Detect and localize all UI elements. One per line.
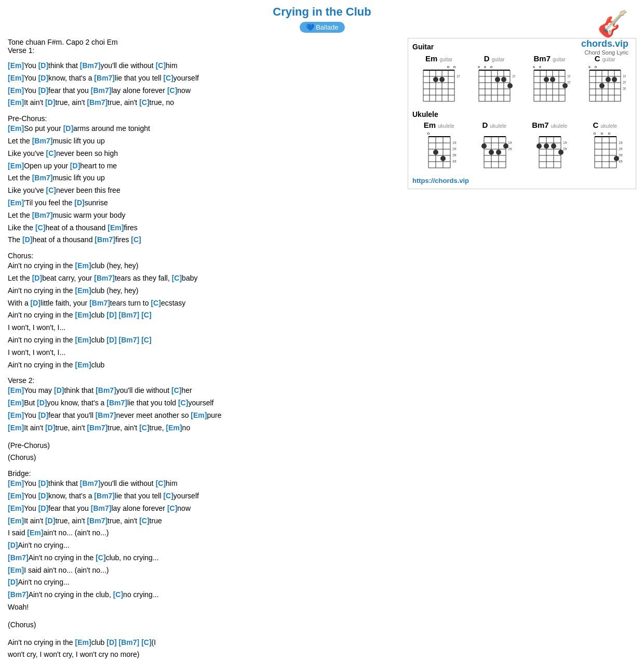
lyric-line: Let the [D]beat carry, your [Bm7]tears a…	[8, 272, 397, 285]
genre-badge: Ballade	[300, 22, 345, 33]
lyric-line: [D]Ain't no crying...	[8, 576, 397, 589]
svg-point-119	[544, 143, 549, 149]
svg-text:2fr: 2fr	[452, 147, 457, 151]
svg-point-50	[544, 77, 549, 82]
svg-text:1fr: 1fr	[563, 141, 568, 144]
svg-text:1fr: 1fr	[567, 74, 570, 78]
svg-text:2fr: 2fr	[563, 147, 568, 151]
svg-text:3fr: 3fr	[619, 153, 623, 157]
lyric-line: With a [D]little faith, your [Bm7]tears …	[8, 297, 397, 310]
lyric-line: I won't, I won't, I...	[8, 322, 397, 334]
svg-text:o: o	[608, 131, 611, 136]
svg-text:o: o	[490, 64, 493, 69]
lyric-line: Like the [C]heat of a thousand [Em]fires	[8, 222, 397, 234]
lyric-line: [Em]So put your [D]arms around me tonigh…	[8, 123, 397, 135]
verse2-label: Verse 2:	[8, 376, 397, 385]
lyric-line: Woah!	[8, 601, 397, 614]
lyrics-column: Tone chuan F#m. Capo 2 choi Em Verse 1: …	[8, 38, 397, 660]
ukulele-chord-grid: Em ukulele o	[412, 121, 632, 173]
svg-point-87	[440, 156, 446, 161]
svg-text:2fr: 2fr	[619, 147, 623, 151]
svg-text:1fr: 1fr	[508, 141, 513, 144]
lyric-line: [Em]You [D]think that [Bm7]you'll die wi…	[8, 60, 397, 72]
lyric-line: [Em]You [D]fear that you [Bm7]lay alone …	[8, 85, 397, 97]
lyric-line: [Em]You [D]know, that's a [Bm7]lie that …	[8, 72, 397, 85]
lyric-line: I said [Em]ain't no... (ain't no...)	[8, 527, 397, 539]
lyric-line: Let the [Bm7]music lift you up	[8, 135, 397, 148]
svg-text:x: x	[539, 64, 541, 69]
lyric-line: [Em]You [D]fear that you [Bm7]lay alone …	[8, 503, 397, 515]
chord-bm7-ukulele: Bm7 ukulele	[523, 121, 576, 173]
svg-point-102	[481, 143, 487, 149]
svg-point-71	[606, 77, 611, 82]
lyric-line: Let the [Bm7]music warm your body	[8, 209, 397, 222]
lyric-line: Ain't no crying in the [Em]club (hey, he…	[8, 285, 397, 297]
lyric-line: Ain't no crying in the [Em]club [D] [Bm7…	[8, 334, 397, 347]
svg-text:1fr: 1fr	[619, 141, 623, 144]
lyric-line: Ain't no crying in the [Em]club [D] [Bm7…	[8, 637, 397, 649]
lyric-line: [Em]But [D]you know, that's a [Bm7]lie t…	[8, 397, 397, 410]
svg-text:3fr: 3fr	[623, 87, 626, 90]
pre-chorus-label: Pre-Chorus:	[8, 114, 397, 123]
lyric-line: The [D]heat of a thousand [Bm7]fires [C]	[8, 234, 397, 246]
lyric-line: Ain't no crying in the [Em]club [D] [Bm7…	[8, 309, 397, 322]
lyric-line: Like you've [C]never been so high	[8, 148, 397, 160]
tone-info: Tone chuan F#m. Capo 2 choi Em	[8, 38, 397, 46]
svg-text:o: o	[594, 131, 596, 136]
svg-point-118	[536, 143, 542, 149]
svg-point-86	[433, 150, 438, 155]
lyric-line: (Chorus)	[8, 619, 397, 631]
svg-text:x: x	[478, 64, 480, 69]
chord-d-ukulele: D ukulele	[468, 121, 521, 173]
svg-point-51	[550, 77, 555, 82]
chord-panel-url: https://chords.vip	[412, 177, 632, 184]
svg-text:1fr: 1fr	[512, 74, 515, 78]
lyric-line: Ain't no crying in the [Em]club	[8, 359, 397, 372]
chord-em-guitar: Em guitar	[412, 54, 466, 106]
verse1-label: Verse 1:	[8, 46, 397, 55]
svg-text:x: x	[588, 64, 591, 69]
lyric-line: [Em]It ain't [D]true, ain't [Bm7]true, a…	[8, 97, 397, 109]
lyric-line: [Em]It ain't [D]true, ain't [Bm7]true, a…	[8, 515, 397, 527]
chord-d-guitar: D guitar x	[468, 54, 521, 106]
svg-text:2fr: 2fr	[567, 81, 570, 84]
svg-text:2fr: 2fr	[508, 147, 513, 151]
svg-point-33	[501, 77, 506, 82]
svg-text:x: x	[533, 64, 535, 69]
lyric-line: [Em]You [D]fear that you'll [Bm7]never m…	[8, 410, 397, 422]
lyric-line: Ain't no crying in the [Em]club (hey, he…	[8, 260, 397, 272]
svg-text:o: o	[595, 64, 597, 69]
svg-point-13	[439, 77, 445, 82]
ukulele-label: Ukulele	[412, 110, 632, 118]
svg-text:o: o	[601, 131, 603, 136]
chord-c-guitar: C guitar x	[579, 54, 632, 106]
svg-text:3fr: 3fr	[452, 153, 457, 157]
lyric-line: [Bm7]Ain't no crying in the [C]club, no …	[8, 552, 397, 564]
svg-point-120	[551, 143, 556, 149]
lyric-line: [Em]I said ain't no... (ain't no...)	[8, 564, 397, 577]
svg-point-12	[433, 77, 438, 82]
svg-point-104	[496, 150, 501, 155]
svg-text:4fr: 4fr	[452, 160, 457, 163]
svg-text:2fr: 2fr	[623, 81, 626, 84]
guitar-chord-grid: Em guitar	[412, 54, 632, 106]
lyric-line: [D]Ain't no crying...	[8, 539, 397, 552]
lyric-line: [Em]It ain't [D]true, ain't [Bm7]true, a…	[8, 422, 397, 434]
chord-bm7-guitar: Bm7 guitar x	[523, 54, 576, 106]
svg-text:1fr: 1fr	[457, 74, 460, 78]
lyric-line: [Em]You may [D]think that [Bm7]you'll di…	[8, 385, 397, 397]
chord-em-ukulele: Em ukulele o	[412, 121, 466, 173]
lyric-line: Like you've [C]never been this free	[8, 184, 397, 197]
chord-panel: Guitar Em guitar	[408, 38, 636, 189]
lyric-line: (Chorus)	[8, 452, 397, 464]
svg-text:o: o	[427, 131, 430, 136]
svg-point-103	[489, 150, 494, 155]
svg-text:o: o	[453, 64, 456, 69]
svg-point-34	[507, 83, 513, 88]
lyric-line: [Bm7]Ain't no crying in the club, [C]no …	[8, 589, 397, 601]
chorus-label: Chorus:	[8, 252, 397, 260]
song-title: Crying in the Club	[8, 5, 636, 19]
svg-text:1fr: 1fr	[452, 141, 457, 144]
logo: 🎸 chords.vip Chord Song Lyric	[581, 9, 628, 56]
lyric-line: [Em]Open up your [D]heart to me	[8, 160, 397, 173]
